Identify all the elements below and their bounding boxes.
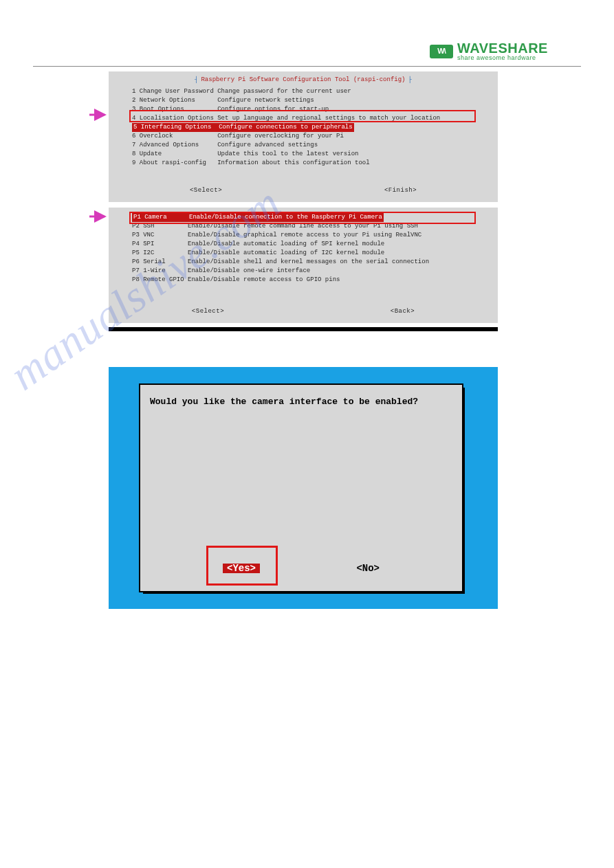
menu-item[interactable]: P3 VNC Enable/Disable graphical remote a… [132, 231, 498, 240]
confirmation-screenshot: Would you like the camera interface to b… [109, 367, 498, 609]
menu-item[interactable]: P7 1-Wire Enable/Disable one-wire interf… [132, 267, 498, 276]
menu-item[interactable]: 1 Change User Password Change password f… [132, 87, 498, 96]
raspi-config-main-menu: ┤Raspberry Pi Software Configuration Too… [109, 71, 498, 202]
raspi-config-interfacing-menu: P1 Camera Enable/Disable connection to t… [109, 208, 498, 323]
arrow-icon [91, 111, 109, 118]
header-divider [33, 66, 581, 67]
brand-badge-icon: W\ [430, 45, 453, 58]
menu-item[interactable]: 2 Network Options Configure network sett… [132, 96, 498, 105]
menu-item[interactable]: P4 SPI Enable/Disable automatic loading … [132, 240, 498, 249]
highlight-box-yes [206, 546, 278, 586]
finish-button[interactable]: <Finish> [384, 186, 417, 195]
menu-item[interactable]: P5 I2C Enable/Disable automatic loading … [132, 249, 498, 258]
menu-item[interactable]: 6 Overclock Configure overclocking for y… [132, 132, 498, 141]
menu-item[interactable]: 9 About raspi-config Information about t… [132, 159, 498, 168]
menu-item[interactable]: 5 Interfacing Options Configure connecti… [132, 123, 498, 132]
brand-logo: W\ WAVESHARE share awesome hardware [430, 41, 581, 61]
menu-item[interactable]: P8 Remote GPIO Enable/Disable remote acc… [132, 276, 498, 285]
menu-item[interactable]: P6 Serial Enable/Disable shell and kerne… [132, 258, 498, 267]
highlight-box-camera [129, 212, 476, 224]
select-button[interactable]: <Select> [190, 186, 222, 195]
arrow-icon [91, 213, 109, 220]
no-button[interactable]: <No> [356, 564, 380, 573]
highlight-box-interfacing [129, 110, 476, 122]
confirmation-dialog: Would you like the camera interface to b… [139, 383, 463, 592]
tool-title: ┤Raspberry Pi Software Configuration Too… [109, 71, 498, 85]
back-button[interactable]: <Back> [391, 307, 415, 316]
dialog-question: Would you like the camera interface to b… [140, 385, 462, 406]
menu-item[interactable]: 8 Update Update this tool to the latest … [132, 150, 498, 159]
brand-name: WAVESHARE [457, 41, 548, 55]
section-divider [109, 327, 498, 331]
brand-tagline: share awesome hardware [457, 55, 548, 61]
main-menu-list: 1 Change User Password Change password f… [109, 85, 498, 168]
select-button[interactable]: <Select> [192, 307, 224, 316]
menu-item[interactable]: 7 Advanced Options Configure advanced se… [132, 141, 498, 150]
